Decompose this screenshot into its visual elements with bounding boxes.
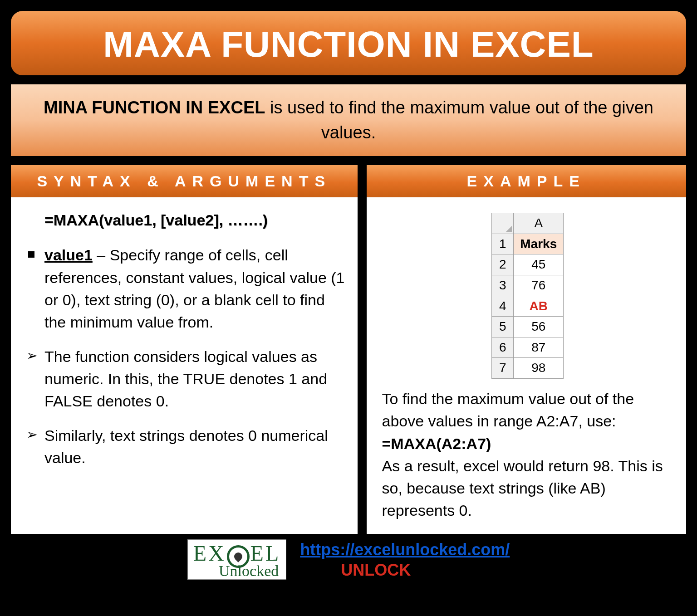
example-panel: EXAMPLE A 1Marks 245 376 4AB 556 687 798 (366, 164, 687, 535)
cell-56: 56 (514, 317, 564, 337)
example-header: EXAMPLE (367, 165, 686, 197)
example-text-2: As a result, excel would return 98. This… (382, 455, 673, 522)
row-1: 1 (492, 234, 514, 254)
arg-value1: value1 – Specify range of cells, cell re… (26, 244, 345, 333)
subtitle-strong: MINA FUNCTION IN EXCEL (44, 98, 265, 117)
row-5: 5 (492, 317, 514, 337)
logo-lock-icon (227, 545, 250, 568)
footer: EX EL Unlocked https://excelunlocked.com… (10, 539, 687, 580)
arg-value1-label: value1 (44, 246, 93, 264)
cell-87: 87 (514, 337, 564, 358)
cell-AB: AB (514, 296, 564, 317)
col-A: A (514, 213, 564, 234)
logo: EX EL Unlocked (187, 539, 287, 580)
table-corner (492, 213, 514, 234)
cell-76: 76 (514, 275, 564, 296)
logo-left: EX (193, 543, 226, 564)
cell-98: 98 (514, 358, 564, 379)
cell-45: 45 (514, 254, 564, 275)
row-2: 2 (492, 254, 514, 275)
example-text-1: To find the maximum value out of the abo… (382, 388, 673, 433)
example-formula: =MAXA(A2:A7) (382, 433, 673, 455)
footer-link[interactable]: https://excelunlocked.com/ (300, 540, 510, 559)
logo-right: EL (250, 543, 281, 564)
syntax-header: SYNTAX & ARGUMENTS (11, 165, 358, 197)
subtitle-rest: is used to find the maximum value out of… (265, 98, 653, 142)
row-7: 7 (492, 358, 514, 379)
row-4: 4 (492, 296, 514, 317)
syntax-panel: SYNTAX & ARGUMENTS =MAXA(value1, [value2… (10, 164, 358, 535)
note-text: Similarly, text strings denotes 0 numeri… (26, 425, 345, 469)
note-logical: The function considers logical values as… (26, 346, 345, 413)
subtitle-bar: MINA FUNCTION IN EXCEL is used to find t… (10, 83, 687, 157)
footer-unlock: UNLOCK (300, 561, 411, 579)
row-6: 6 (492, 337, 514, 358)
page-title: MAXA FUNCTION IN EXCEL (10, 10, 687, 76)
row-3: 3 (492, 275, 514, 296)
cell-marks: Marks (514, 234, 564, 254)
example-table: A 1Marks 245 376 4AB 556 687 798 (491, 213, 564, 379)
syntax-formula: =MAXA(value1, [value2], …….) (26, 209, 345, 231)
